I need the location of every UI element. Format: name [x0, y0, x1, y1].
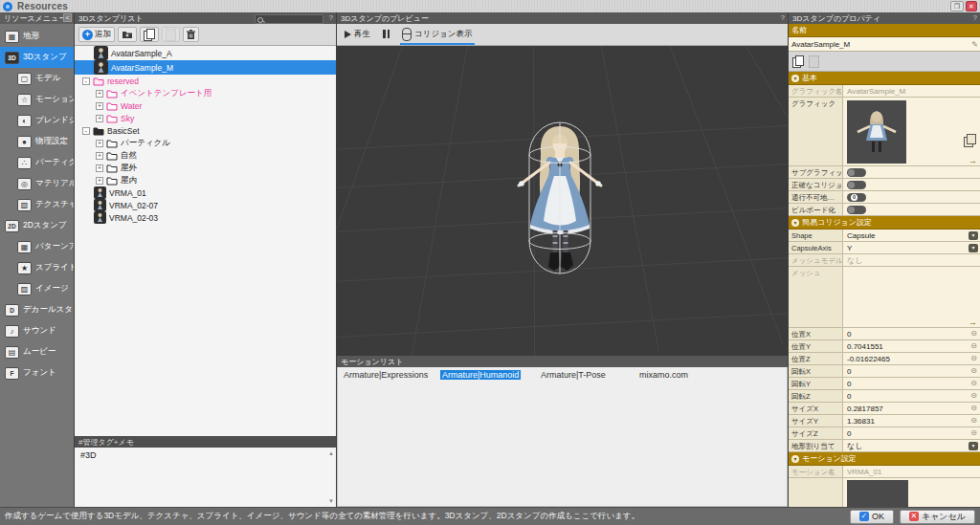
tree-item-13[interactable]: VRMA_02-03 — [75, 211, 336, 224]
property-value[interactable]: Y▾ — [843, 242, 980, 253]
sidebar-item-0[interactable]: ▦地形 — [0, 26, 74, 47]
tree-item-8[interactable]: +自然 — [75, 149, 336, 162]
collapse-sidebar-button[interactable]: < — [63, 13, 72, 22]
cancel-button[interactable]: ✕ キャンセル — [900, 510, 975, 524]
tree-item-3[interactable]: +イベントテンプレート用 — [75, 87, 336, 99]
property-value[interactable]: 0⊖ — [843, 390, 980, 402]
property-value[interactable] — [843, 166, 980, 178]
paste-button[interactable] — [162, 27, 180, 42]
detail-arrow-icon[interactable]: → — [969, 157, 977, 165]
tree-expander-icon[interactable]: + — [96, 152, 103, 160]
motion-thumbnail[interactable] — [847, 480, 908, 508]
delete-button[interactable] — [183, 27, 199, 42]
section-header-22[interactable]: ▾モーション設定 — [789, 452, 980, 466]
tree-expander-icon[interactable]: + — [96, 102, 103, 110]
help-icon[interactable]: ? — [781, 13, 785, 22]
close-window-icon[interactable]: ✕ — [966, 1, 977, 11]
sidebar-item-13[interactable]: Dデカールスタンプ — [0, 299, 74, 320]
dropdown-icon[interactable]: ▾ — [969, 231, 978, 240]
sidebar-item-4[interactable]: ◐ブレンドシェイプ — [0, 110, 74, 131]
pause-button[interactable] — [380, 26, 392, 45]
help-icon[interactable]: ? — [973, 13, 977, 22]
stepper-icon[interactable]: ⊖ — [970, 405, 977, 412]
stepper-icon[interactable]: ⊖ — [970, 392, 977, 400]
dropdown-icon[interactable]: ▾ — [969, 244, 978, 252]
tree-item-12[interactable]: VRMA_02-07 — [75, 199, 336, 211]
section-header-7[interactable]: ▾簡易コリジョン設定 — [789, 216, 980, 230]
property-value[interactable]: 0 — [843, 191, 980, 203]
play-button[interactable]: 再生 — [343, 26, 372, 45]
motion-item-3[interactable]: mixamo.com — [637, 370, 736, 380]
tree-item-7[interactable]: +パーティクル — [75, 137, 336, 149]
ok-button[interactable]: ✓ OK — [850, 510, 894, 524]
help-icon[interactable]: ? — [329, 13, 333, 22]
add-button[interactable]: + 追加 — [78, 27, 115, 42]
scroll-down-icon[interactable]: ▼ — [328, 498, 334, 504]
sidebar-item-6[interactable]: ∴パーティクル — [0, 152, 74, 173]
property-value[interactable]: → — [843, 98, 980, 165]
stepper-icon[interactable]: ⊖ — [970, 429, 977, 437]
sidebar-item-10[interactable]: ▦パターンアニメ — [0, 236, 74, 257]
sidebar-item-9[interactable]: 2D2Dスタンプ — [0, 215, 74, 236]
property-value[interactable]: 0⊖ — [843, 378, 980, 389]
property-value[interactable] — [843, 179, 980, 190]
sidebar-item-2[interactable]: ▢モデル — [0, 68, 74, 89]
property-value[interactable]: → — [843, 267, 980, 327]
paste-properties-button[interactable] — [809, 55, 819, 68]
tags-memo-box[interactable]: #3D ▲ ▼ — [75, 448, 336, 507]
property-value[interactable]: なし▾ — [843, 440, 980, 451]
search-input[interactable] — [255, 14, 323, 24]
property-value[interactable]: 1.36831⊖ — [843, 415, 980, 427]
toggle-switch[interactable] — [847, 168, 866, 177]
property-value[interactable]: -0.01622465⊖ — [843, 353, 980, 364]
stepper-icon[interactable]: ⊖ — [970, 342, 977, 350]
sidebar-item-15[interactable]: ▤ムービー — [0, 341, 74, 362]
property-value[interactable] — [843, 478, 980, 507]
stepper-icon[interactable]: ⊖ — [970, 417, 977, 425]
stepper-icon[interactable]: ⊖ — [970, 380, 977, 387]
stepper-icon[interactable]: ⊖ — [970, 367, 977, 375]
add-folder-button[interactable] — [118, 27, 137, 42]
property-value[interactable]: Capsule▾ — [843, 230, 980, 241]
sidebar-item-7[interactable]: ◎マテリアル — [0, 173, 74, 194]
stepper-icon[interactable]: ⊖ — [970, 330, 977, 338]
graphic-thumbnail[interactable] — [847, 100, 906, 164]
tree-expander-icon[interactable]: + — [96, 115, 103, 122]
tree-item-9[interactable]: +屋外 — [75, 162, 336, 174]
tree-item-2[interactable]: -reserved — [75, 75, 336, 87]
name-field[interactable]: AvatarSample_M ✎ — [789, 37, 980, 52]
tree-expander-icon[interactable]: + — [96, 90, 103, 98]
sidebar-item-12[interactable]: ▨イメージ — [0, 278, 74, 299]
toggle-switch[interactable] — [847, 206, 866, 214]
stepper-icon[interactable]: ⊖ — [970, 355, 977, 362]
property-value[interactable] — [843, 204, 980, 215]
preview-canvas[interactable] — [337, 46, 788, 356]
property-value[interactable]: 0.2817857⊖ — [843, 403, 980, 414]
motion-item-2[interactable]: Armature|T-Pose — [539, 370, 637, 380]
copy-properties-button[interactable] — [792, 55, 804, 67]
sidebar-item-8[interactable]: ▧テクスチャ — [0, 194, 74, 215]
tree-expander-icon[interactable]: + — [96, 177, 103, 185]
motion-item-0[interactable]: Armature|Expressions — [342, 370, 440, 380]
detail-arrow-icon[interactable]: → — [969, 318, 977, 327]
tree-item-1[interactable]: AvatarSample_M — [75, 60, 336, 75]
scroll-up-icon[interactable]: ▲ — [328, 450, 334, 456]
property-value[interactable]: 0⊖ — [843, 365, 980, 377]
tree-expander-icon[interactable]: + — [96, 164, 103, 172]
export-graphic-icon[interactable] — [964, 134, 976, 146]
sidebar-item-14[interactable]: ♪サウンド — [0, 320, 74, 341]
toggle-switch[interactable] — [847, 181, 866, 189]
tree-item-4[interactable]: +Water — [75, 99, 336, 112]
sidebar-item-1[interactable]: 3D3Dスタンプ — [0, 47, 74, 68]
tree-item-10[interactable]: +屋内 — [75, 174, 336, 186]
property-value[interactable]: 0⊖ — [843, 427, 980, 439]
tree-expander-icon[interactable]: + — [96, 140, 103, 147]
sidebar-item-3[interactable]: ☆モーション — [0, 89, 74, 110]
sidebar-item-16[interactable]: Fフォント — [0, 362, 74, 383]
property-value[interactable]: 0⊖ — [843, 328, 980, 339]
property-value[interactable]: 0.7041551⊖ — [843, 340, 980, 352]
tree-item-6[interactable]: -BasicSet — [75, 124, 336, 137]
tree-item-0[interactable]: AvatarSample_A — [75, 46, 336, 60]
toggle-switch[interactable]: 0 — [847, 193, 866, 202]
tree-item-5[interactable]: +Sky — [75, 112, 336, 124]
